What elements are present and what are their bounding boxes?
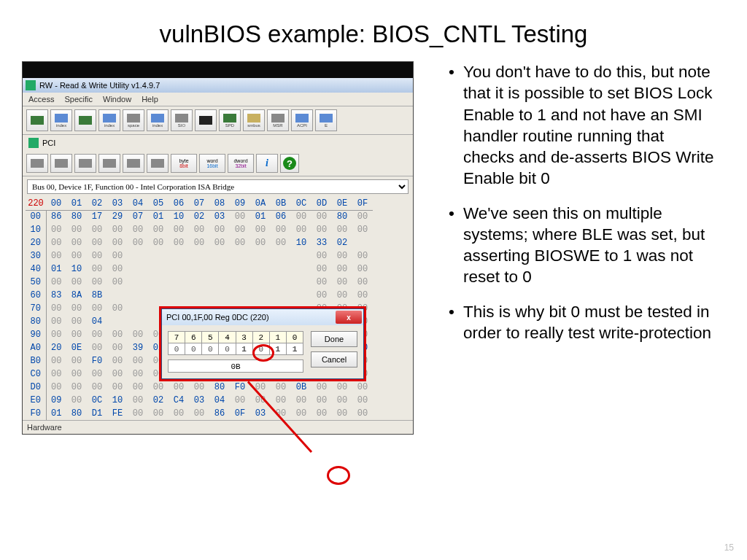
toolbar-button[interactable]: smbus (243, 109, 265, 131)
device-selector[interactable]: Bus 00, Device 1F, Function 00 - Intel C… (27, 179, 409, 194)
info-button[interactable]: i (256, 154, 278, 173)
help-icon[interactable]: ? (280, 154, 299, 173)
bullet-1: You don't have to do this, but note that… (449, 61, 718, 190)
close-icon[interactable]: x (336, 311, 362, 324)
toolbar-button[interactable]: E (315, 109, 337, 131)
pci-tool-button[interactable] (50, 154, 72, 173)
toolbar-button[interactable]: index (147, 109, 169, 131)
pci-label-text: PCI (42, 139, 55, 147)
menu-bar: Access Specific Window Help (23, 93, 413, 106)
pci-icon (28, 138, 39, 148)
done-button[interactable]: Done (311, 331, 357, 347)
page-number: 15 (724, 542, 734, 553)
bit-editor-dialog: PCI 00,1F,00 Reg 0DC (220) x 76543210000… (161, 308, 364, 379)
dialog-titlebar: PCI 00,1F,00 Reg 0DC (220) x (162, 309, 363, 325)
pci-panel-label: PCI (23, 135, 413, 151)
pci-tool-button[interactable] (147, 154, 169, 173)
pci-toolbar: byte8bitword16bitdword32biti? (23, 151, 413, 176)
hex-value-field[interactable]: 0B (168, 359, 303, 373)
window-titlebar: RW - Read & Write Utility v1.4.9.7 (23, 78, 413, 93)
bit-table: 7654321000001011 (168, 331, 303, 355)
top-dark-strip (23, 62, 413, 78)
slide-title: vulnBIOS example: BIOS_CNTL Testing (0, 0, 747, 61)
toolbar-button[interactable]: SPD (219, 109, 241, 131)
width-button[interactable]: byte8bit (171, 154, 197, 173)
pci-tool-button[interactable] (74, 154, 96, 173)
menu-help[interactable]: Help (142, 95, 158, 104)
app-icon (26, 80, 36, 90)
width-button[interactable]: dword32bit (228, 154, 254, 173)
width-button[interactable]: word16bit (199, 154, 225, 173)
pci-tool-button[interactable] (26, 154, 48, 173)
bullet-2: We've seen this on multiple systems; whe… (449, 203, 718, 288)
status-bar: Hardware (23, 420, 413, 434)
pci-tool-button[interactable] (98, 154, 120, 173)
dialog-title-text: PCI 00,1F,00 Reg 0DC (220) (166, 313, 269, 322)
menu-access[interactable]: Access (28, 95, 54, 104)
toolbar-button[interactable] (74, 109, 96, 131)
toolbar-button[interactable] (195, 109, 217, 131)
window-title: RW - Read & Write Utility v1.4.9.7 (39, 81, 160, 90)
pci-tool-button[interactable] (123, 154, 144, 173)
menu-specific[interactable]: Specific (64, 95, 93, 104)
toolbar-button[interactable]: index (50, 109, 72, 131)
cancel-button[interactable]: Cancel (311, 351, 357, 368)
toolbar-button[interactable]: index (98, 109, 120, 131)
toolbar-button[interactable]: SIO (171, 109, 193, 131)
toolbar-button[interactable]: MSR (267, 109, 289, 131)
bit-dialog-highlight: PCI 00,1F,00 Reg 0DC (220) x 76543210000… (159, 306, 366, 381)
toolbar-button[interactable] (26, 109, 48, 131)
menu-window[interactable]: Window (103, 95, 131, 104)
toolbar-button[interactable]: space (123, 109, 144, 131)
main-toolbar: indexindexspaceindexSIOSPDsmbusMSRACPIE (23, 106, 413, 135)
cell-circle-annotation (327, 466, 350, 485)
device-dropdown[interactable]: Bus 00, Device 1F, Function 00 - Intel C… (27, 179, 409, 194)
bullet-3: This is why bit 0 must be tested in orde… (449, 301, 718, 344)
toolbar-button[interactable]: ACPI (291, 109, 313, 131)
bullet-list: You don't have to do this, but note that… (436, 61, 718, 343)
